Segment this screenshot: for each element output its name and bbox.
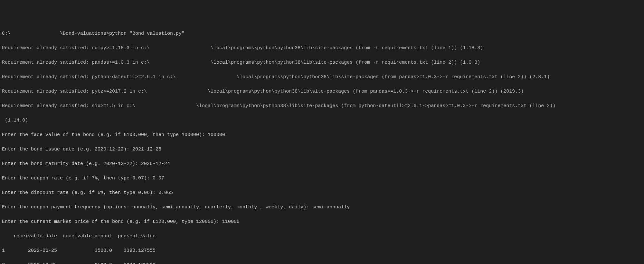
requirement-line: Requirement already satisfied: pandas>=1… bbox=[2, 59, 642, 67]
requirement-line: Requirement already satisfied: python-da… bbox=[2, 74, 642, 81]
command-prompt-line[interactable]: C:\ \Bond-valuations>python "Bond valuat… bbox=[2, 30, 642, 38]
input-prompt-line: Enter the coupon payment frequency (opti… bbox=[2, 204, 642, 211]
table-header: receivable_date receivable_amount presen… bbox=[2, 233, 642, 240]
input-prompt-line: Enter the bond issue date (e.g. 2020-12-… bbox=[2, 146, 642, 153]
input-prompt-line: Enter the bond maturity date (e.g. 2020-… bbox=[2, 160, 642, 168]
table-row: 2 2022-12-25 3500.0 3283.128822 bbox=[2, 262, 642, 264]
input-prompt-line: Enter the discount rate (e.g. if 6%, the… bbox=[2, 189, 642, 197]
requirement-line: Requirement already satisfied: numpy>=1.… bbox=[2, 45, 642, 52]
table-row: 1 2022-06-25 3500.0 3390.127555 bbox=[2, 247, 642, 255]
prompt-command: python "Bond valuation.py" bbox=[109, 31, 185, 36]
requirement-line: Requirement already satisfied: pytz>=201… bbox=[2, 88, 642, 96]
requirement-line: (1.14.0) bbox=[2, 117, 642, 124]
input-prompt-line: Enter the current market price of the bo… bbox=[2, 218, 642, 226]
input-prompt-line: Enter the coupon rate (e.g. if 7%, then … bbox=[2, 175, 642, 182]
requirement-line: Requirement already satisfied: six>=1.5 … bbox=[2, 103, 642, 110]
prompt-prefix: C:\ \Bond-valuations> bbox=[2, 31, 109, 36]
input-prompt-line: Enter the face value of the bond (e.g. i… bbox=[2, 132, 642, 139]
